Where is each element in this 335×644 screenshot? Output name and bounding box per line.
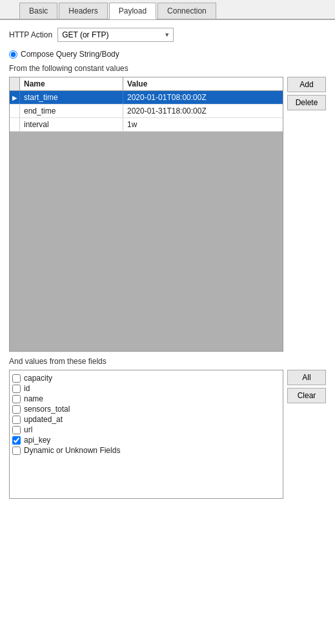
- table-header-name: Name: [20, 77, 123, 90]
- http-action-select-wrapper: GET (or FTP) POST PUT DELETE: [57, 28, 174, 42]
- row-name-1: end_time: [20, 105, 123, 117]
- tabs-bar: Basic Headers Payload Connection: [0, 0, 335, 19]
- field-checkbox-api-key[interactable]: [12, 436, 21, 445]
- and-values-label: And values from these fields: [9, 357, 326, 366]
- field-checkbox-sensors-total[interactable]: [12, 405, 21, 414]
- http-action-select[interactable]: GET (or FTP) POST PUT DELETE: [57, 28, 174, 42]
- row-value-2: 1w: [123, 118, 283, 131]
- table-row[interactable]: ▶ start_time 2020-01-01T08:00:00Z: [10, 91, 283, 105]
- row-name-2: interval: [20, 118, 123, 131]
- tab-payload[interactable]: Payload: [109, 3, 156, 19]
- row-arrow-2: [10, 118, 20, 131]
- row-name-0: start_time: [20, 91, 123, 104]
- list-item: url: [12, 425, 280, 435]
- field-label-dynamic: Dynamic or Unknown Fields: [24, 446, 120, 455]
- list-item: api_key: [12, 435, 280, 445]
- table-header-value: Value: [123, 77, 283, 90]
- table-header-arrow-col: [10, 77, 20, 90]
- constant-values-table: Name Value ▶ start_time 2020-01-01T08:00…: [9, 77, 283, 352]
- row-arrow-1: [10, 105, 20, 117]
- table-empty-area: [10, 132, 283, 351]
- field-checkbox-dynamic[interactable]: [12, 447, 21, 455]
- field-checkbox-url[interactable]: [12, 426, 21, 434]
- tab-connection[interactable]: Connection: [157, 3, 216, 19]
- field-label-api-key: api_key: [24, 436, 50, 445]
- field-label-name: name: [24, 394, 43, 403]
- table-row[interactable]: interval 1w: [10, 118, 283, 132]
- http-action-label: HTTP Action: [9, 30, 52, 39]
- row-arrow-0: ▶: [10, 91, 20, 104]
- content-area: HTTP Action GET (or FTP) POST PUT DELETE…: [0, 19, 335, 644]
- field-checkbox-name[interactable]: [12, 395, 21, 403]
- list-item: Dynamic or Unknown Fields: [12, 445, 280, 456]
- list-item: sensors_total: [12, 404, 280, 414]
- list-item: name: [12, 394, 280, 404]
- tab-headers[interactable]: Headers: [59, 3, 107, 19]
- compose-radio-row: Compose Query String/Body: [9, 50, 326, 59]
- list-item: updated_at: [12, 414, 280, 425]
- compose-radio[interactable]: [9, 50, 17, 59]
- fields-list: capacity id name sensors_total updated_a…: [9, 370, 283, 499]
- field-label-capacity: capacity: [24, 374, 52, 383]
- field-checkbox-id[interactable]: [12, 385, 21, 393]
- field-label-updated-at: updated_at: [24, 415, 63, 424]
- fields-action-buttons: All Clear: [287, 370, 326, 499]
- field-label-sensors-total: sensors_total: [24, 405, 70, 414]
- fields-section: capacity id name sensors_total updated_a…: [9, 370, 326, 499]
- table-header: Name Value: [10, 77, 283, 91]
- field-label-url: url: [24, 425, 32, 434]
- all-button[interactable]: All: [287, 370, 326, 385]
- field-checkbox-updated-at[interactable]: [12, 416, 21, 424]
- field-label-id: id: [24, 384, 30, 393]
- from-label: From the following constant values: [9, 64, 326, 73]
- http-action-row: HTTP Action GET (or FTP) POST PUT DELETE: [9, 28, 326, 42]
- row-value-0: 2020-01-01T08:00:00Z: [123, 91, 283, 104]
- row-value-1: 2020-01-31T18:00:00Z: [123, 105, 283, 117]
- compose-radio-label: Compose Query String/Body: [21, 50, 119, 59]
- field-checkbox-capacity[interactable]: [12, 374, 21, 383]
- add-button[interactable]: Add: [287, 77, 326, 92]
- main-container: Basic Headers Payload Connection HTTP Ac…: [0, 0, 335, 644]
- clear-button[interactable]: Clear: [287, 388, 326, 403]
- list-item: id: [12, 383, 280, 394]
- table-action-buttons: Add Delete: [287, 77, 326, 352]
- list-item: capacity: [12, 373, 280, 383]
- tab-basic[interactable]: Basic: [19, 3, 57, 19]
- table-row[interactable]: end_time 2020-01-31T18:00:00Z: [10, 105, 283, 118]
- table-section: Name Value ▶ start_time 2020-01-01T08:00…: [9, 77, 326, 352]
- delete-button[interactable]: Delete: [287, 95, 326, 110]
